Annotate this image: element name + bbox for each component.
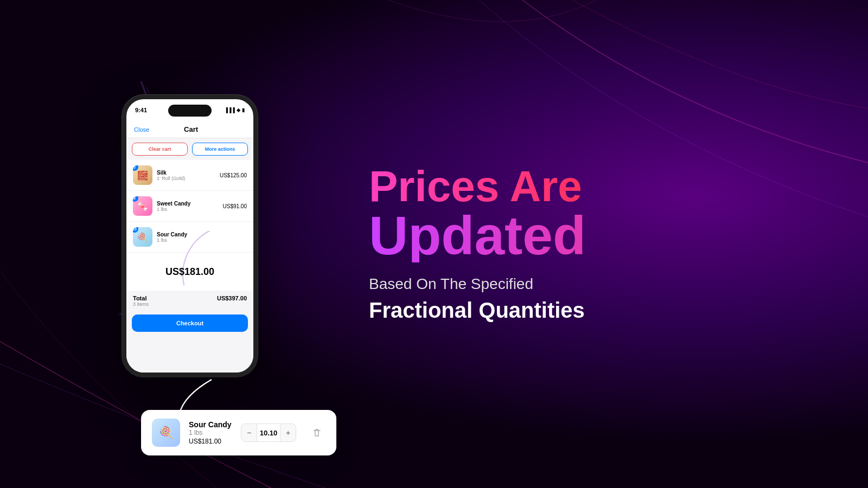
floating-card-info: Sour Candy 1 lbs US$181.00 bbox=[189, 420, 232, 445]
cart-actions: Clear cart More actions bbox=[126, 138, 253, 160]
delete-item-button[interactable] bbox=[308, 424, 326, 441]
clear-cart-button[interactable]: Clear cart bbox=[132, 143, 188, 156]
cart-close-button[interactable]: Close bbox=[134, 126, 149, 133]
item-price-sweet-candy: US$91.00 bbox=[223, 203, 247, 209]
left-panel: 9:41 ▐▐▐ ◈ ▮ Close Cart Clear cart bbox=[0, 0, 336, 488]
item-info-silk: Silk 1' Roll (Gold) bbox=[157, 170, 220, 181]
trash-icon bbox=[312, 428, 322, 438]
stepper-value: 10.10 bbox=[257, 424, 280, 441]
cart-header: Close Cart bbox=[126, 121, 253, 138]
signal-icon: ▐▐▐ bbox=[225, 107, 235, 113]
price-display-area: US$181.00 bbox=[126, 253, 253, 291]
item-badge-sour-candy: 10 bbox=[133, 227, 138, 233]
total-label: Total bbox=[133, 295, 149, 301]
cart-item-silk: 5 🧱 Silk 1' Roll (Gold) US$125.00 bbox=[126, 160, 253, 191]
item-image-silk: 5 🧱 bbox=[133, 165, 152, 185]
floating-card-image: 🍭 bbox=[152, 419, 180, 447]
more-actions-button[interactable]: More actions bbox=[192, 143, 248, 156]
item-name-sweet-candy: Sweet Candy bbox=[157, 201, 223, 207]
checkout-button[interactable]: Checkout bbox=[132, 314, 248, 332]
main-content: 9:41 ▐▐▐ ◈ ▮ Close Cart Clear cart bbox=[0, 0, 868, 488]
dynamic-island bbox=[168, 105, 212, 117]
item-image-sour-candy: 10 🍭 bbox=[133, 227, 152, 247]
item-image-sweet-candy: 9 🍬 bbox=[133, 196, 152, 216]
big-price-display: US$181.00 bbox=[165, 266, 214, 278]
floating-card-price: US$181.00 bbox=[189, 438, 232, 445]
item-info-sweet-candy: Sweet Candy 1 lbs bbox=[157, 201, 223, 212]
item-price-silk: US$125.00 bbox=[220, 172, 247, 178]
floating-card-unit: 1 lbs bbox=[189, 429, 232, 436]
quantity-stepper[interactable]: − 10.10 + bbox=[241, 423, 296, 442]
cart-item-sweet-candy: 9 🍬 Sweet Candy 1 lbs US$91.00 bbox=[126, 191, 253, 222]
item-unit-silk: 1' Roll (Gold) bbox=[157, 176, 220, 181]
floating-card: 🍭 Sour Candy 1 lbs US$181.00 − 10.10 + bbox=[141, 410, 336, 455]
cart-title: Cart bbox=[184, 125, 198, 133]
phone-mockup: 9:41 ▐▐▐ ◈ ▮ Close Cart Clear cart bbox=[122, 95, 258, 377]
headline-prices: Prices Are bbox=[369, 165, 582, 208]
phone-content: Close Cart Clear cart More actions 5 🧱 bbox=[126, 121, 253, 373]
headline-line1: Prices Are bbox=[369, 165, 825, 208]
item-name-silk: Silk bbox=[157, 170, 220, 176]
total-items-count: 3 items bbox=[133, 301, 149, 307]
total-amount: US$397.00 bbox=[217, 295, 247, 301]
subheadline-fractional: Fractional Quantities bbox=[369, 297, 825, 323]
headline-updated: Updated bbox=[369, 208, 825, 262]
right-panel: Prices Are Updated Based On The Specifie… bbox=[336, 132, 868, 355]
total-left: Total 3 items bbox=[133, 295, 149, 307]
stepper-decrease-button[interactable]: − bbox=[241, 424, 257, 441]
status-icons: ▐▐▐ ◈ ▮ bbox=[225, 107, 245, 113]
item-unit-sweet-candy: 1 lbs bbox=[157, 207, 223, 212]
item-badge-sweet-candy: 9 bbox=[133, 196, 138, 202]
stepper-increase-button[interactable]: + bbox=[280, 424, 296, 441]
item-badge-silk: 5 bbox=[133, 165, 138, 171]
subheadline-based-on: Based On The Specified bbox=[369, 273, 825, 294]
status-time: 9:41 bbox=[135, 107, 147, 113]
battery-icon: ▮ bbox=[242, 107, 245, 113]
wifi-icon: ◈ bbox=[237, 107, 240, 113]
floating-card-product-name: Sour Candy bbox=[189, 420, 232, 429]
cart-total: Total 3 items US$397.00 bbox=[126, 291, 253, 311]
